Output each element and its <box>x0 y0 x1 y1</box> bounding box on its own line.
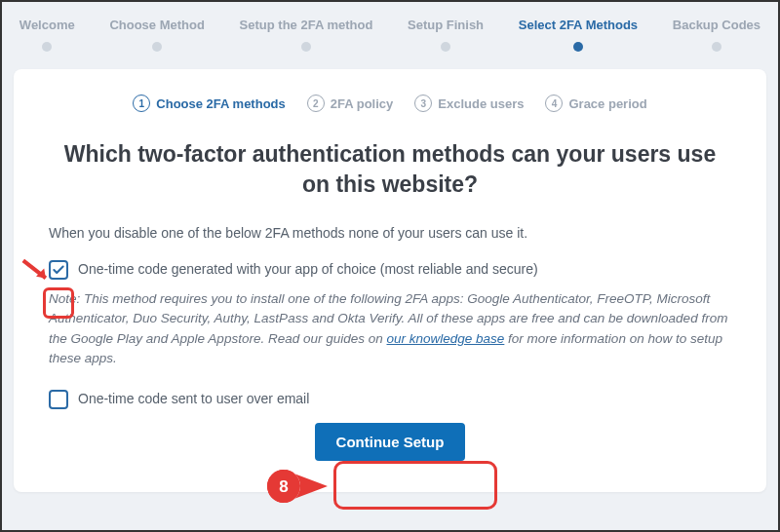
wizard-card: 1Choose 2FA methods 22FA policy 3Exclude… <box>14 69 766 492</box>
note-text: Note: This method requires you to instal… <box>49 289 731 368</box>
substep-number: 3 <box>414 95 432 112</box>
check-icon <box>52 263 65 277</box>
step-select-2fa-methods[interactable]: Select 2FA Methods <box>519 18 638 52</box>
step-label: Setup Finish <box>408 18 484 32</box>
substep-grace-period[interactable]: 4Grace period <box>545 95 646 112</box>
step-label: Select 2FA Methods <box>519 18 638 32</box>
method-label: One-time code generated with your app of… <box>78 260 538 277</box>
substep-label: Choose 2FA methods <box>156 96 285 111</box>
button-row: Continue Setup <box>49 423 731 461</box>
method-label: One-time code sent to user over email <box>78 390 309 406</box>
step-backup-codes[interactable]: Backup Codes <box>673 18 760 52</box>
step-welcome[interactable]: Welcome <box>20 18 75 52</box>
method-email: One-time code sent to user over email <box>49 390 731 409</box>
step-label: Backup Codes <box>673 18 760 32</box>
substep-choose-methods[interactable]: 1Choose 2FA methods <box>133 95 285 112</box>
substep-label: 2FA policy <box>331 96 394 111</box>
substep-number: 4 <box>545 95 563 112</box>
substep-label: Grace period <box>568 96 646 111</box>
substep-number: 1 <box>133 95 150 112</box>
substep-label: Exclude users <box>438 96 524 111</box>
step-dot <box>573 42 583 52</box>
substep-number: 2 <box>307 95 325 112</box>
substep-nav: 1Choose 2FA methods 22FA policy 3Exclude… <box>49 95 731 112</box>
step-dot <box>712 42 722 52</box>
intro-text: When you disable one of the below 2FA me… <box>49 225 731 241</box>
step-choose-method[interactable]: Choose Method <box>109 18 205 52</box>
method-totp-app: One-time code generated with your app of… <box>49 260 731 280</box>
page-heading: Which two-factor authentication methods … <box>49 139 731 200</box>
continue-setup-button[interactable]: Continue Setup <box>315 423 466 461</box>
substep-exclude-users[interactable]: 3Exclude users <box>414 95 524 112</box>
step-dot <box>42 42 52 52</box>
checkbox-email[interactable] <box>49 390 68 409</box>
step-label: Choose Method <box>109 18 205 32</box>
step-label: Welcome <box>20 18 75 32</box>
substep-2fa-policy[interactable]: 22FA policy <box>307 95 394 112</box>
step-dot <box>441 42 450 52</box>
step-dot <box>301 42 311 52</box>
wizard-stepper: Welcome Choose Method Setup the 2FA meth… <box>2 2 778 59</box>
checkbox-totp-app[interactable] <box>49 260 68 280</box>
step-label: Setup the 2FA method <box>240 18 373 32</box>
knowledge-base-link[interactable]: our knowledge base <box>387 331 505 346</box>
step-dot <box>152 42 162 52</box>
step-setup-finish[interactable]: Setup Finish <box>408 18 484 52</box>
step-setup-2fa[interactable]: Setup the 2FA method <box>240 18 373 52</box>
